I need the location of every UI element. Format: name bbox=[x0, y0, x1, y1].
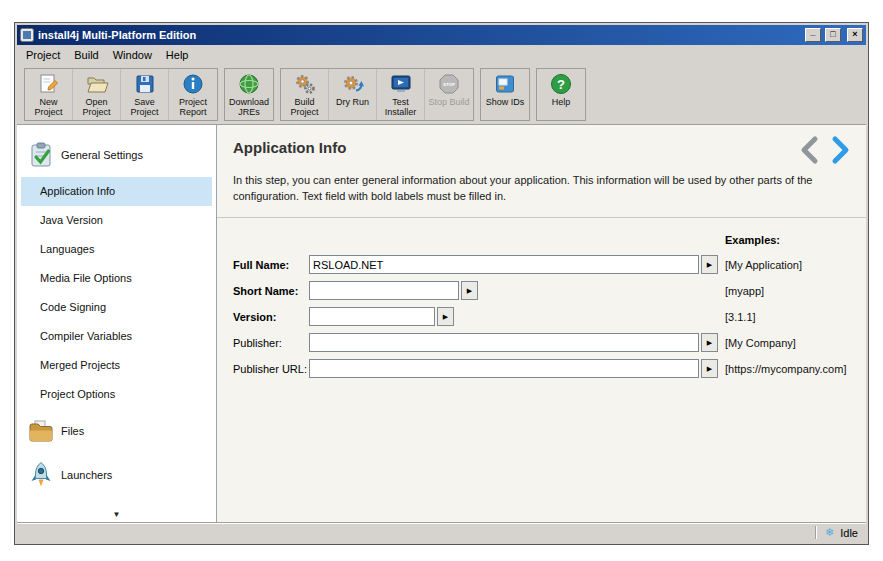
new-project-button[interactable]: New Project bbox=[25, 69, 73, 120]
help-button[interactable]: ? Help bbox=[537, 69, 585, 120]
project-report-button[interactable]: Project Report bbox=[169, 69, 217, 120]
toolbar-group-build: Build Project Dry Run Test Installer STO… bbox=[280, 68, 474, 121]
sidebar-item-label: Project Options bbox=[40, 388, 115, 400]
toolbar: New Project Open Project Save Project Pr… bbox=[17, 65, 866, 125]
publisher-input[interactable] bbox=[309, 333, 699, 352]
sidebar-item-media-file-options[interactable]: Media File Options bbox=[17, 264, 216, 293]
test-installer-button[interactable]: Test Installer bbox=[377, 69, 425, 120]
form-row: Publisher: ▶ [My Company] bbox=[233, 330, 850, 356]
sidebar-item-label: Code Signing bbox=[40, 301, 106, 313]
version-input[interactable] bbox=[309, 307, 435, 326]
right-arrow-icon: ▶ bbox=[443, 313, 448, 321]
show-ids-button[interactable]: Show IDs bbox=[481, 69, 529, 120]
save-project-button[interactable]: Save Project bbox=[121, 69, 169, 120]
sidebar-item-files[interactable]: Files bbox=[17, 409, 216, 453]
toolbar-group-ids: Show IDs bbox=[480, 68, 530, 121]
sidebar-item-general-settings[interactable]: General Settings bbox=[17, 133, 216, 177]
menu-help[interactable]: Help bbox=[159, 46, 196, 64]
sidebar-item-application-info[interactable]: Application Info bbox=[21, 177, 212, 206]
open-project-icon bbox=[85, 72, 109, 96]
sidebar: General Settings Application Info Java V… bbox=[17, 125, 217, 522]
toolbar-button-label: Test Installer bbox=[378, 97, 423, 118]
toolbar-button-label: Project Report bbox=[170, 97, 216, 118]
sidebar-item-label: Files bbox=[61, 425, 84, 437]
stop-build-button: STOP Stop Build bbox=[425, 69, 473, 120]
sidebar-scroll-down-button[interactable]: ▼ bbox=[17, 510, 216, 519]
full-name-label: Full Name: bbox=[233, 259, 309, 271]
version-example: [3.1.1] bbox=[725, 311, 756, 323]
sidebar-item-code-signing[interactable]: Code Signing bbox=[17, 293, 216, 322]
form-row: Full Name: ▶ [My Application] bbox=[233, 252, 850, 278]
sidebar-item-label: General Settings bbox=[61, 149, 143, 161]
toolbar-button-label: Show IDs bbox=[486, 97, 525, 107]
form-row: Short Name: ▶ [myapp] bbox=[233, 278, 850, 304]
page-title: Application Info bbox=[233, 125, 850, 156]
minimize-button[interactable]: _ bbox=[805, 28, 821, 42]
full-name-variable-button[interactable]: ▶ bbox=[701, 255, 718, 274]
app-icon bbox=[20, 28, 34, 42]
maximize-button[interactable]: □ bbox=[825, 28, 841, 42]
right-arrow-icon: ▶ bbox=[707, 261, 712, 269]
publisher-url-variable-button[interactable]: ▶ bbox=[701, 359, 718, 378]
back-chevron-icon[interactable] bbox=[798, 135, 820, 165]
launchers-icon bbox=[27, 461, 55, 489]
download-jres-button[interactable]: Download JREs bbox=[225, 69, 273, 120]
dry-run-icon bbox=[341, 72, 365, 96]
full-name-input[interactable] bbox=[309, 255, 699, 274]
content-panel: Application Info In this step, you can e… bbox=[217, 125, 866, 522]
menu-project[interactable]: Project bbox=[19, 46, 67, 64]
short-name-label: Short Name: bbox=[233, 285, 309, 297]
short-name-example: [myapp] bbox=[725, 285, 764, 297]
sidebar-item-launchers[interactable]: Launchers bbox=[17, 453, 216, 497]
sidebar-item-project-options[interactable]: Project Options bbox=[17, 380, 216, 409]
svg-text:?: ? bbox=[557, 77, 565, 92]
sidebar-item-languages[interactable]: Languages bbox=[17, 235, 216, 264]
publisher-variable-button[interactable]: ▶ bbox=[701, 333, 718, 352]
toolbar-button-label: Download JREs bbox=[226, 97, 272, 118]
project-report-icon bbox=[181, 72, 205, 96]
app-window: install4j Multi-Platform Edition _ □ × P… bbox=[14, 22, 869, 545]
toolbar-button-label: Save Project bbox=[122, 97, 167, 118]
version-label: Version: bbox=[233, 311, 309, 323]
dry-run-button[interactable]: Dry Run bbox=[329, 69, 377, 120]
download-jres-icon bbox=[237, 72, 261, 96]
sidebar-item-label: Languages bbox=[40, 243, 94, 255]
version-variable-button[interactable]: ▶ bbox=[437, 307, 454, 326]
sidebar-item-label: Java Version bbox=[40, 214, 103, 226]
application-info-form: Examples: Full Name: ▶ [My Application] … bbox=[233, 252, 850, 382]
publisher-example: [My Company] bbox=[725, 337, 796, 349]
build-project-icon bbox=[293, 72, 317, 96]
right-arrow-icon: ▶ bbox=[707, 365, 712, 373]
help-icon: ? bbox=[549, 72, 573, 96]
snowflake-icon: ❄ bbox=[825, 526, 834, 539]
header-divider bbox=[217, 217, 866, 218]
titlebar[interactable]: install4j Multi-Platform Edition _ □ × bbox=[17, 25, 866, 45]
forward-chevron-icon[interactable] bbox=[830, 135, 852, 165]
right-arrow-icon: ▶ bbox=[707, 339, 712, 347]
sidebar-item-label: Launchers bbox=[61, 469, 112, 481]
short-name-variable-button[interactable]: ▶ bbox=[461, 281, 478, 300]
sidebar-item-compiler-variables[interactable]: Compiler Variables bbox=[17, 322, 216, 351]
toolbar-group-help: ? Help bbox=[536, 68, 586, 121]
short-name-input[interactable] bbox=[309, 281, 459, 300]
build-project-button[interactable]: Build Project bbox=[281, 69, 329, 120]
sidebar-item-java-version[interactable]: Java Version bbox=[17, 206, 216, 235]
toolbar-button-label: Build Project bbox=[282, 97, 327, 118]
menu-window[interactable]: Window bbox=[106, 46, 159, 64]
sidebar-item-merged-projects[interactable]: Merged Projects bbox=[17, 351, 216, 380]
sidebar-item-label: Merged Projects bbox=[40, 359, 120, 371]
menu-build[interactable]: Build bbox=[67, 46, 105, 64]
open-project-button[interactable]: Open Project bbox=[73, 69, 121, 120]
examples-header: Examples: bbox=[725, 234, 780, 246]
step-navigation bbox=[798, 135, 852, 165]
status-text: Idle bbox=[840, 527, 858, 539]
sidebar-item-label: Compiler Variables bbox=[40, 330, 132, 342]
files-icon bbox=[27, 417, 55, 445]
sidebar-item-label: Application Info bbox=[40, 185, 115, 197]
window-title: install4j Multi-Platform Edition bbox=[38, 29, 801, 41]
test-installer-icon bbox=[389, 72, 413, 96]
publisher-url-input[interactable] bbox=[309, 359, 699, 378]
chevron-down-icon: ▼ bbox=[113, 510, 121, 519]
toolbar-button-label: Stop Build bbox=[428, 97, 469, 107]
close-button[interactable]: × bbox=[847, 28, 863, 42]
